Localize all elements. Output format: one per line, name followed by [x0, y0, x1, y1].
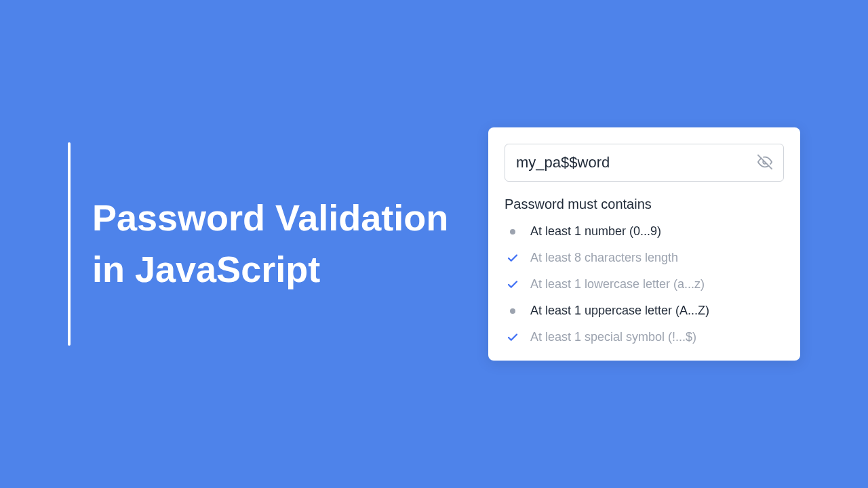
requirement-label: At least 1 number (0...9) [530, 224, 661, 239]
requirements-list: At least 1 number (0...9) At least 8 cha… [505, 224, 784, 344]
title-section: Password Validation in JavaScript [0, 142, 488, 346]
page-title: Password Validation in JavaScript [92, 192, 488, 295]
password-validation-card: Password must contains At least 1 number… [488, 127, 800, 361]
requirement-item: At least 1 uppercase letter (A...Z) [505, 304, 784, 318]
eye-off-icon [757, 155, 772, 171]
requirement-item: At least 1 lowercase letter (a...z) [505, 277, 784, 291]
password-input[interactable] [516, 154, 757, 171]
requirements-header: Password must contains [505, 197, 784, 212]
requirement-label: At least 8 characters length [530, 251, 678, 265]
dot-icon [505, 229, 521, 235]
requirement-label: At least 1 special symbol (!...$) [530, 330, 696, 344]
check-icon [505, 279, 521, 291]
dot-icon [505, 308, 521, 314]
requirement-label: At least 1 lowercase letter (a...z) [530, 277, 705, 291]
check-icon [505, 331, 521, 344]
requirement-item: At least 1 number (0...9) [505, 224, 784, 239]
check-icon [505, 252, 521, 264]
requirement-item: At least 8 characters length [505, 251, 784, 265]
vertical-divider [68, 142, 71, 346]
toggle-visibility-button[interactable] [757, 155, 772, 171]
password-input-wrapper [505, 144, 784, 182]
requirement-label: At least 1 uppercase letter (A...Z) [530, 304, 709, 318]
card-section: Password must contains At least 1 number… [488, 127, 868, 361]
requirement-item: At least 1 special symbol (!...$) [505, 330, 784, 344]
